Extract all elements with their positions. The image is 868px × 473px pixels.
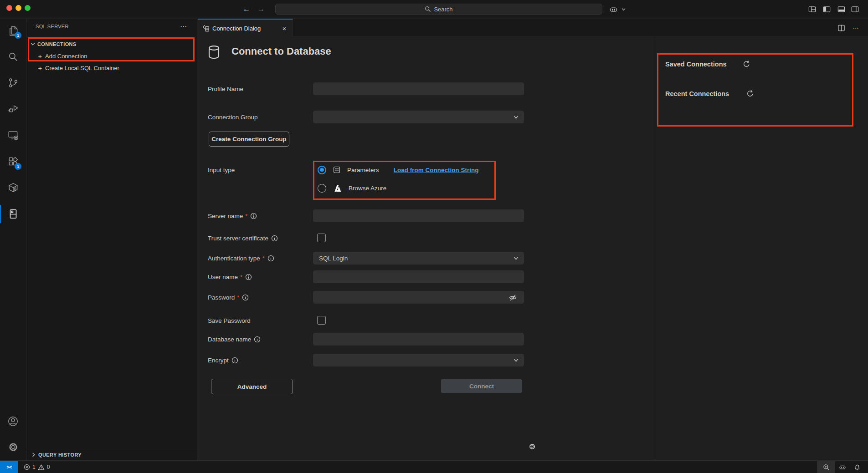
input-type-parameters-option[interactable]: Parameters Load from Connection String bbox=[318, 163, 479, 176]
database-name-input[interactable] bbox=[313, 333, 524, 346]
accounts-icon[interactable] bbox=[0, 410, 26, 432]
azure-icon bbox=[333, 183, 342, 193]
reveal-password-icon[interactable] bbox=[508, 293, 517, 303]
warning-count: 0 bbox=[47, 464, 50, 470]
profile-name-label: Profile Name bbox=[208, 82, 243, 95]
extensions-icon[interactable]: 1 bbox=[0, 151, 26, 173]
parameters-form-icon bbox=[333, 166, 341, 174]
advanced-button[interactable]: Advanced bbox=[211, 379, 293, 394]
authentication-type-label: Authentication type* bbox=[208, 252, 274, 264]
tab-title: Connection Dialog bbox=[212, 25, 261, 32]
connection-group-dropdown[interactable] bbox=[313, 111, 524, 123]
server-name-input[interactable] bbox=[313, 209, 524, 222]
chevron-right-icon bbox=[31, 452, 36, 458]
navigate-back-button[interactable]: ← bbox=[241, 0, 252, 18]
editor-background bbox=[198, 37, 868, 460]
warning-icon bbox=[38, 464, 45, 471]
trust-server-certificate-checkbox[interactable] bbox=[317, 234, 326, 242]
command-center-search[interactable]: Search bbox=[275, 4, 602, 15]
sql-server-icon[interactable] bbox=[0, 203, 26, 225]
trust-server-certificate-label: Trust server certificate bbox=[208, 232, 278, 244]
container-tools-icon[interactable] bbox=[0, 177, 26, 198]
database-name-label: Database name bbox=[208, 333, 261, 346]
window-minimize-button[interactable] bbox=[15, 5, 21, 11]
remote-explorer-icon[interactable] bbox=[0, 124, 26, 146]
notifications-bell-icon[interactable] bbox=[850, 461, 864, 473]
encrypt-dropdown[interactable] bbox=[313, 354, 524, 366]
save-password-checkbox[interactable] bbox=[317, 316, 326, 325]
tab-strip: Connection Dialog × ⋯ bbox=[198, 19, 868, 37]
copilot-status-icon[interactable] bbox=[835, 461, 850, 473]
password-label: Password* bbox=[208, 291, 249, 304]
title-bar: ← → Search bbox=[0, 0, 868, 18]
password-input[interactable] bbox=[313, 291, 524, 304]
user-name-label: User name* bbox=[208, 270, 252, 283]
search-sidebar-icon[interactable] bbox=[0, 46, 26, 68]
copilot-chevron-down-icon[interactable] bbox=[619, 5, 628, 14]
query-history-section-header[interactable]: QUERY HISTORY bbox=[26, 449, 197, 460]
window-zoom-button[interactable] bbox=[25, 5, 31, 11]
explorer-badge: 1 bbox=[15, 32, 21, 39]
input-type-browse-azure-option[interactable]: Browse Azure bbox=[318, 182, 386, 194]
chevron-down-icon bbox=[513, 114, 519, 120]
sidebar-item-create-local-sql-container[interactable]: + Create Local SQL Container bbox=[26, 62, 197, 73]
run-debug-icon[interactable] bbox=[0, 97, 26, 119]
radio-unselected[interactable] bbox=[318, 184, 326, 193]
user-name-input[interactable] bbox=[313, 270, 524, 283]
explorer-icon[interactable]: 1 bbox=[0, 20, 26, 41]
chevron-down-icon bbox=[30, 41, 36, 47]
saved-connections-refresh-icon[interactable] bbox=[743, 60, 750, 69]
toggle-primary-sidebar-icon[interactable] bbox=[822, 5, 831, 14]
window-close-button[interactable] bbox=[6, 5, 12, 11]
zoom-status-icon[interactable] bbox=[817, 461, 835, 473]
dialog-title: Connect to Database bbox=[231, 46, 331, 57]
tab-close-icon[interactable]: × bbox=[280, 24, 289, 33]
editor-more-actions-icon[interactable]: ⋯ bbox=[849, 19, 862, 37]
toggle-secondary-sidebar-icon[interactable] bbox=[850, 5, 859, 14]
info-icon[interactable] bbox=[267, 255, 274, 262]
navigate-forward-button[interactable]: → bbox=[255, 0, 267, 18]
connections-section-header[interactable]: CONNECTIONS bbox=[26, 39, 197, 50]
source-control-icon[interactable] bbox=[0, 72, 26, 94]
recent-connections-refresh-icon[interactable] bbox=[746, 90, 754, 99]
split-editor-icon[interactable] bbox=[835, 19, 847, 37]
customize-layout-icon[interactable] bbox=[807, 5, 817, 14]
create-connection-group-button[interactable]: Create Connection Group bbox=[209, 132, 289, 147]
info-icon[interactable] bbox=[254, 336, 261, 343]
chevron-down-icon bbox=[513, 255, 519, 261]
info-icon[interactable] bbox=[245, 274, 252, 280]
load-from-connection-string-link[interactable]: Load from Connection String bbox=[394, 167, 479, 173]
error-count: 1 bbox=[32, 464, 36, 470]
search-placeholder: Search bbox=[434, 6, 452, 13]
extensions-badge: 1 bbox=[15, 163, 21, 170]
plus-icon: + bbox=[36, 64, 44, 72]
search-icon bbox=[425, 6, 431, 12]
input-type-label: Input type bbox=[208, 163, 235, 176]
panel-divider bbox=[655, 37, 655, 460]
profile-name-input[interactable] bbox=[313, 82, 524, 95]
remote-indicator[interactable]: >< bbox=[0, 461, 18, 473]
info-icon[interactable] bbox=[250, 213, 257, 219]
radio-selected[interactable] bbox=[318, 166, 326, 174]
authentication-type-dropdown[interactable]: SQL Login bbox=[313, 252, 524, 264]
copilot-icon[interactable] bbox=[609, 5, 618, 14]
settings-gear-icon[interactable] bbox=[0, 436, 26, 458]
sidebar-sql-server: SQL SERVER ⋯ CONNECTIONS + Add Connectio… bbox=[26, 19, 197, 460]
tab-connection-dialog[interactable]: Connection Dialog × bbox=[198, 19, 293, 37]
info-icon[interactable] bbox=[231, 357, 238, 364]
toggle-panel-icon[interactable] bbox=[837, 5, 846, 14]
server-name-label: Server name* bbox=[208, 209, 257, 222]
connection-group-label: Connection Group bbox=[208, 111, 258, 123]
chevron-down-icon bbox=[513, 357, 519, 363]
problems-indicator[interactable]: 1 0 bbox=[24, 461, 50, 473]
status-bar: >< 1 0 bbox=[0, 460, 868, 473]
sidebar-more-actions-icon[interactable]: ⋯ bbox=[180, 19, 187, 34]
dialog-settings-gear-icon[interactable] bbox=[528, 442, 536, 452]
encrypt-label: Encrypt bbox=[208, 354, 238, 366]
connect-button[interactable]: Connect bbox=[441, 379, 522, 393]
error-icon bbox=[24, 464, 30, 470]
info-icon[interactable] bbox=[242, 294, 249, 301]
sidebar-title: SQL SERVER bbox=[36, 24, 69, 29]
info-icon[interactable] bbox=[271, 235, 278, 242]
sidebar-item-add-connection[interactable]: + Add Connection bbox=[26, 51, 197, 61]
